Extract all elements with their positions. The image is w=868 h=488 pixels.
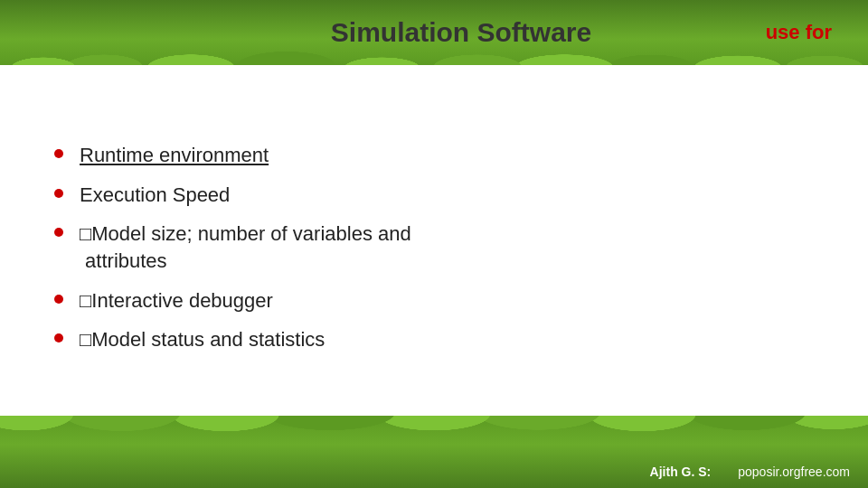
list-item: □︎Model status and statistics — [54, 326, 411, 353]
list-item: Runtime environment — [54, 142, 411, 169]
bullet-dot — [54, 149, 63, 158]
footer-site: poposir.orgfree.com — [738, 465, 850, 479]
list-item: Execution Speed — [54, 182, 411, 209]
footer-attribution: Ajith G. S: poposir.orgfree.com — [650, 465, 850, 479]
list-item-text: □︎Model status and statistics — [80, 326, 325, 353]
list-item: □︎Model size; number of variables and at… — [54, 221, 411, 274]
header-bar: Simulation Software use for — [0, 0, 868, 65]
bullet-dot — [54, 333, 63, 343]
list-item-text: □︎Model size; number of variables and at… — [80, 221, 411, 274]
grass-bottom-decoration: Ajith G. S: poposir.orgfree.com — [0, 416, 868, 488]
main-content-area: Runtime environment Execution Speed □︎Mo… — [0, 65, 868, 416]
bullet-dot — [54, 228, 63, 237]
list-item: □︎Interactive debugger — [54, 287, 411, 314]
bullet-dot — [54, 295, 63, 304]
bullet-list: Runtime environment Execution Speed □︎Mo… — [54, 142, 411, 366]
use-for-label: use for — [723, 21, 832, 44]
slide-title: Simulation Software — [145, 17, 723, 48]
list-item-text: □︎Interactive debugger — [80, 287, 273, 314]
bullet-dot — [54, 189, 63, 198]
list-item-text: Runtime environment — [80, 142, 269, 169]
list-item-text: Execution Speed — [80, 182, 230, 209]
footer-name: Ajith G. S: — [650, 465, 712, 479]
